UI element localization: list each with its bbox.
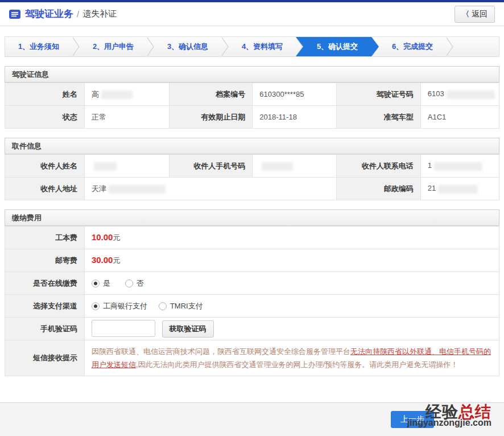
- radio-option-no[interactable]: 否: [125, 278, 144, 289]
- step-1-business-notice[interactable]: 1、业务须知: [5, 37, 72, 56]
- expiry-date-label: 有效期止日期: [169, 106, 253, 129]
- payment-section: 缴纳费用 工本费 10.00元 邮寄费 30.00元 是否在线缴费 是 否 选择…: [5, 209, 499, 376]
- radio-label: TMRI支付: [170, 301, 203, 311]
- radio-button-icon[interactable]: [92, 279, 100, 287]
- breadcrumb-divider: /: [77, 9, 79, 19]
- mailing-fee-label: 邮寄费: [5, 249, 85, 272]
- postal-code-label: 邮政编码: [337, 178, 421, 200]
- step-separator-icon: [72, 37, 80, 56]
- chevron-left-icon: 〈: [462, 9, 469, 19]
- radio-option-yes[interactable]: 是: [92, 278, 110, 289]
- radio-option-icbc[interactable]: 工商银行支付: [92, 301, 147, 311]
- production-fee-label: 工本费: [5, 227, 85, 249]
- license-info-table: 姓名 高 档案编号 610300****85 驾驶证号码 6103 状态 正常 …: [5, 83, 499, 129]
- footer-bar: 上一步 经验总结 jingyanzongjie.com: [0, 402, 504, 436]
- radio-button-icon[interactable]: [159, 302, 167, 310]
- sms-code-input[interactable]: [92, 320, 155, 337]
- production-fee-value: 10.00元: [84, 227, 499, 249]
- mailing-fee-value: 30.00元: [84, 249, 499, 272]
- recipient-phone-value: 1: [420, 155, 499, 178]
- page-title: 驾驶证业务: [25, 7, 73, 20]
- recipient-mobile-label: 收件人手机号码: [169, 155, 253, 178]
- online-payment-options: 是 否: [84, 272, 499, 295]
- step-separator-icon: [147, 37, 154, 56]
- table-row: 姓名 高 档案编号 610300****85 驾驶证号码 6103: [5, 83, 499, 106]
- payment-table: 工本费 10.00元 邮寄费 30.00元 是否在线缴费 是 否 选择支付渠道 …: [5, 226, 499, 376]
- sms-notice-label: 短信接收提示: [5, 340, 85, 376]
- license-number-label: 驾驶证号码: [337, 83, 421, 106]
- step-4-fill-data[interactable]: 4、资料填写: [229, 37, 296, 56]
- license-business-icon: [9, 10, 20, 19]
- table-row: 短信接收提示 因陕西省联通、电信运营商技术问题，陕西省互联网交通安全综合服务管理…: [5, 340, 499, 376]
- pickup-info-table: 收件人姓名 收件人手机号码 收件人联系电话 1 收件人地址 天津 邮政编码 21: [5, 154, 499, 200]
- step-2-user-declaration[interactable]: 2、用户申告: [80, 37, 147, 56]
- pickup-section-title: 取件信息: [5, 138, 499, 154]
- redacted-blur: [262, 162, 293, 171]
- notice-part1: 因陕西省联通、电信运营商技术问题，陕西省互联网交通安全综合服务管理平台: [92, 347, 350, 356]
- table-row: 手机验证码 获取验证码: [5, 318, 499, 340]
- table-row: 邮寄费 30.00元: [5, 249, 499, 272]
- notice-part2: ,因此无法向此类用户提供陕西省交通管理业务的网上办理/预约等服务。请此类用户避免…: [136, 360, 458, 369]
- recipient-phone-label: 收件人联系电话: [337, 155, 421, 178]
- table-row: 收件人姓名 收件人手机号码 收件人联系电话 1: [5, 155, 499, 178]
- vehicle-class-value: A1C1: [420, 106, 499, 129]
- table-row: 工本费 10.00元: [5, 227, 499, 249]
- postal-code-value: 21: [420, 178, 499, 200]
- status-label: 状态: [5, 106, 85, 129]
- table-row: 选择支付渠道 工商银行支付 TMRI支付: [5, 295, 499, 318]
- back-button-label: 返回: [472, 9, 488, 19]
- step-separator-icon: [446, 37, 453, 56]
- table-row: 状态 正常 有效期止日期 2018-11-18 准驾车型 A1C1: [5, 106, 499, 129]
- fee-unit: 元: [113, 256, 120, 265]
- table-row: 是否在线缴费 是 否: [5, 272, 499, 295]
- redacted-blur: [447, 91, 495, 99]
- sms-notice-text: 因陕西省联通、电信运营商技术问题，陕西省互联网交通安全综合服务管理平台无法向持陕…: [84, 340, 499, 376]
- payment-channel-options: 工商银行支付 TMRI支付: [84, 295, 499, 318]
- recipient-address-value: 天津: [84, 178, 336, 200]
- radio-label: 否: [137, 278, 144, 289]
- payment-channel-label: 选择支付渠道: [5, 295, 85, 318]
- get-sms-code-button[interactable]: 获取验证码: [162, 320, 214, 338]
- fee-amount: 10.00: [92, 232, 113, 242]
- sms-code-field: 获取验证码: [84, 318, 499, 340]
- step-5-confirm-submit[interactable]: 5、确认提交: [296, 37, 379, 56]
- step-separator-icon: [221, 37, 229, 56]
- redacted-blur: [109, 185, 166, 194]
- fee-amount: 30.00: [92, 255, 113, 265]
- page-header: 驾驶证业务 / 遗失补证 〈 返回: [0, 2, 504, 26]
- step-bar-filler: [453, 37, 499, 56]
- radio-option-tmri[interactable]: TMRI支付: [159, 301, 203, 311]
- breadcrumb-current: 遗失补证: [82, 9, 117, 19]
- fee-unit: 元: [113, 233, 120, 242]
- redacted-blur: [438, 185, 478, 194]
- status-value: 正常: [84, 106, 169, 129]
- name-label: 姓名: [5, 83, 85, 106]
- radio-label: 工商银行支付: [103, 301, 147, 311]
- license-info-section: 驾驶证信息 姓名 高 档案编号 610300****85 驾驶证号码 6103 …: [5, 66, 499, 129]
- table-row: 收件人地址 天津 邮政编码 21: [5, 178, 499, 200]
- redacted-blur: [434, 162, 482, 171]
- file-number-label: 档案编号: [169, 83, 253, 106]
- payment-section-title: 缴纳费用: [5, 209, 499, 226]
- pickup-info-section: 取件信息 收件人姓名 收件人手机号码 收件人联系电话 1 收件人地址 天津 邮政…: [5, 138, 499, 200]
- step-3-confirm-info[interactable]: 3、确认信息: [154, 37, 221, 56]
- online-payment-label: 是否在线缴费: [5, 272, 85, 295]
- radio-label: 是: [103, 278, 110, 289]
- name-value: 高: [84, 83, 169, 106]
- previous-step-button[interactable]: 上一步: [391, 411, 434, 428]
- watermark-text-red: 总结: [458, 403, 491, 421]
- vehicle-class-label: 准驾车型: [337, 106, 421, 129]
- step-6-finish-submit[interactable]: 6、完成提交: [379, 37, 446, 56]
- license-number-value: 6103: [420, 83, 499, 106]
- recipient-address-label: 收件人地址: [5, 178, 85, 200]
- license-section-title: 驾驶证信息: [5, 66, 499, 83]
- back-button[interactable]: 〈 返回: [455, 6, 495, 23]
- expiry-date-value: 2018-11-18: [253, 106, 337, 129]
- redacted-blur: [94, 162, 117, 171]
- radio-button-icon[interactable]: [92, 302, 100, 310]
- sms-code-label: 手机验证码: [5, 318, 85, 340]
- recipient-mobile-value: [253, 155, 337, 178]
- recipient-name-label: 收件人姓名: [5, 155, 85, 178]
- step-wizard: 1、业务须知 2、用户申告 3、确认信息 4、资料填写 5、确认提交 6、完成提…: [5, 36, 499, 57]
- radio-button-icon[interactable]: [125, 279, 133, 287]
